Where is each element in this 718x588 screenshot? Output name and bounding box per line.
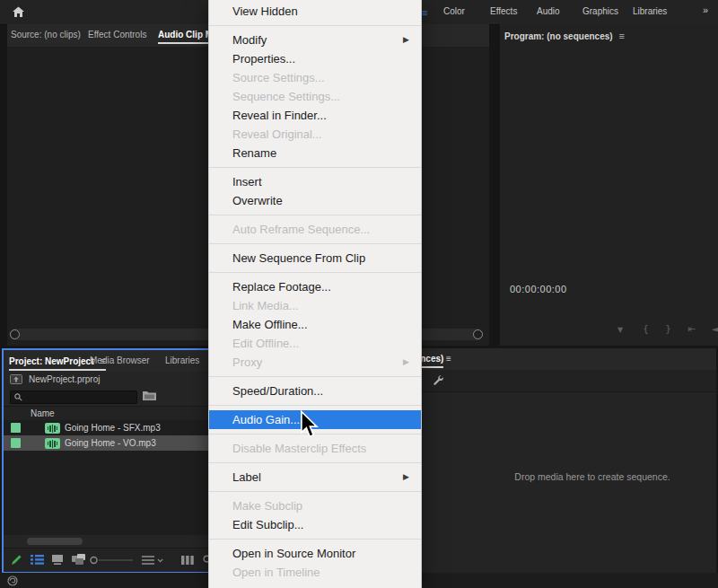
- menu-separator: [209, 405, 421, 406]
- zoom-slider[interactable]: [90, 556, 135, 565]
- menu-item-auto-reframe-sequence: Auto Reframe Sequence...: [209, 220, 421, 239]
- menu-item-label: Make Subclip: [232, 499, 302, 513]
- menu-item-reveal-original: Reveal Original...: [209, 125, 421, 144]
- workspace-menu-icon[interactable]: ≡: [422, 7, 427, 18]
- menu-item-reveal-in-finder[interactable]: Reveal in Finder...: [209, 106, 421, 125]
- chevron-right-icon: ▶: [403, 31, 409, 49]
- automate-sequence-icon[interactable]: [181, 556, 194, 565]
- program-timecode: 00:00:00:00: [510, 284, 567, 294]
- menu-item-label: Overwrite: [232, 194, 283, 207]
- sort-icon[interactable]: [142, 556, 163, 565]
- zoom-handle-left[interactable]: [10, 329, 20, 339]
- marker-icon[interactable]: ▼: [617, 326, 623, 334]
- chevron-right-icon: ▶: [403, 353, 409, 372]
- menu-item-make-offline[interactable]: Make Offline...: [209, 315, 421, 334]
- menu-item-label: View Hidden: [232, 4, 298, 18]
- pencil-icon[interactable]: [11, 554, 22, 566]
- menu-item-speed-duration[interactable]: Speed/Duration...: [209, 382, 421, 400]
- menu-item-new-sequence-from-clip[interactable]: New Sequence From Clip: [209, 249, 421, 268]
- menu-separator: [209, 167, 421, 168]
- creative-cloud-sync-icon[interactable]: [7, 575, 18, 586]
- menu-separator: [209, 491, 421, 492]
- menu-item-label: Disable Masterclip Effects: [232, 442, 366, 455]
- list-view-icon[interactable]: [31, 555, 44, 565]
- menu-separator: [209, 539, 421, 540]
- column-header-row[interactable]: Name: [4, 406, 210, 421]
- menu-item-view-hidden[interactable]: View Hidden: [209, 2, 421, 21]
- workspace-tab-audio[interactable]: Audio: [537, 6, 560, 16]
- new-bin-icon[interactable]: [142, 390, 157, 402]
- step-back-icon[interactable]: ◄: [712, 323, 718, 335]
- tab-effect-controls[interactable]: Effect Controls: [88, 30, 146, 39]
- clip-label-chip[interactable]: [11, 438, 21, 448]
- menu-item-label: Make Offline...: [232, 318, 308, 331]
- menu-separator: [209, 215, 421, 215]
- menu-separator: [209, 25, 421, 26]
- menu-item-edit-offline: Edit Offline...: [209, 334, 421, 353]
- mark-out-icon[interactable]: }: [665, 323, 671, 335]
- tab-program[interactable]: Program: (no sequences)≡: [504, 31, 625, 41]
- workspace-overflow-icon[interactable]: »: [703, 4, 707, 15]
- workspace-tab-graphics[interactable]: Graphics: [582, 6, 618, 16]
- menu-item-label: Edit Offline...: [232, 337, 299, 350]
- menu-item-link-media: Link Media...: [209, 296, 421, 315]
- chevron-right-icon: ▶: [403, 468, 409, 487]
- menu-item-sequence-settings: Sequence Settings...: [209, 87, 421, 106]
- table-row[interactable]: Going Home - SFX.mp3: [4, 420, 210, 435]
- menu-item-label[interactable]: Label▶: [209, 468, 421, 487]
- workspace-tab-effects[interactable]: Effects: [490, 6, 517, 16]
- freeform-view-icon[interactable]: [72, 554, 86, 565]
- menu-item-label: Reveal in Finder...: [232, 109, 327, 122]
- tab-libraries[interactable]: Libraries: [165, 355, 199, 365]
- menu-item-make-subclip: Make Subclip: [209, 496, 421, 515]
- menu-item-replace-footage[interactable]: Replace Footage...: [209, 277, 421, 296]
- menu-item-rename[interactable]: Rename: [209, 144, 421, 162]
- panel-menu-icon[interactable]: ≡: [446, 354, 451, 364]
- workspace-tab-libraries[interactable]: Libraries: [633, 6, 667, 16]
- menu-item-open-in-timeline: Open in Timeline: [209, 563, 421, 582]
- menu-item-modify[interactable]: Modify▶: [209, 31, 421, 49]
- menu-item-label: Modify: [232, 33, 267, 47]
- menu-separator: [209, 243, 421, 244]
- menu-item-label: Open in Source Monitor: [232, 547, 355, 560]
- wrench-icon[interactable]: [433, 374, 444, 386]
- clip-name: Going Home - VO.mp3: [65, 438, 156, 448]
- menu-separator: [209, 272, 421, 273]
- project-clip-list: Going Home - SFX.mp3Going Home - VO.mp3: [4, 420, 210, 535]
- menu-item-label: Insert: [232, 175, 262, 189]
- menu-item-edit-subclip[interactable]: Edit Subclip...: [209, 515, 421, 534]
- mouse-cursor-arrow: [300, 410, 320, 439]
- tab-source-no-clips[interactable]: Source: (no clips): [11, 30, 81, 39]
- table-row[interactable]: Going Home - VO.mp3: [4, 435, 210, 451]
- folder-up-icon[interactable]: [10, 374, 22, 384]
- menu-item-label: Rename: [232, 146, 276, 160]
- breadcrumb[interactable]: NewProject.prproj: [29, 374, 100, 384]
- mark-in-icon[interactable]: {: [643, 323, 649, 335]
- column-header-name[interactable]: Name: [31, 408, 55, 418]
- workspace-tab-color[interactable]: Color: [443, 6, 465, 16]
- menu-item-proxy: Proxy▶: [209, 353, 421, 372]
- horizontal-scrollbar[interactable]: [27, 538, 83, 545]
- program-transport-controls: ▼{}⇤◄: [500, 320, 718, 338]
- menu-separator: [209, 376, 421, 377]
- menu-item-open-in-source-monitor[interactable]: Open in Source Monitor: [209, 544, 421, 563]
- menu-item-label: Label: [232, 470, 261, 484]
- menu-item-label: Open in Timeline: [232, 566, 320, 579]
- tab-media-browser[interactable]: Media Browser: [90, 355, 150, 365]
- premiere-app-window: ≡ ColorEffectsAudioGraphicsLibraries » S…: [0, 0, 718, 588]
- icon-view-icon[interactable]: [52, 555, 63, 565]
- menu-item-overwrite[interactable]: Overwrite: [209, 191, 421, 210]
- go-to-in-icon[interactable]: ⇤: [687, 323, 696, 335]
- search-icon: [14, 393, 22, 401]
- menu-item-source-settings: Source Settings...: [209, 68, 421, 87]
- clip-context-menu: View HiddenModify▶Properties...Source Se…: [208, 0, 422, 588]
- zoom-handle-right[interactable]: [473, 329, 483, 339]
- menu-item-insert[interactable]: Insert: [209, 172, 421, 191]
- menu-item-disable-masterclip-effects: Disable Masterclip Effects: [209, 439, 421, 458]
- clip-label-chip[interactable]: [11, 423, 21, 433]
- menu-item-properties[interactable]: Properties...: [209, 49, 421, 68]
- drop-media-hint: Drop media here to create sequence.: [514, 471, 670, 482]
- panel-menu-icon[interactable]: ≡: [619, 31, 625, 41]
- home-icon[interactable]: [12, 5, 25, 19]
- search-input[interactable]: [10, 391, 137, 404]
